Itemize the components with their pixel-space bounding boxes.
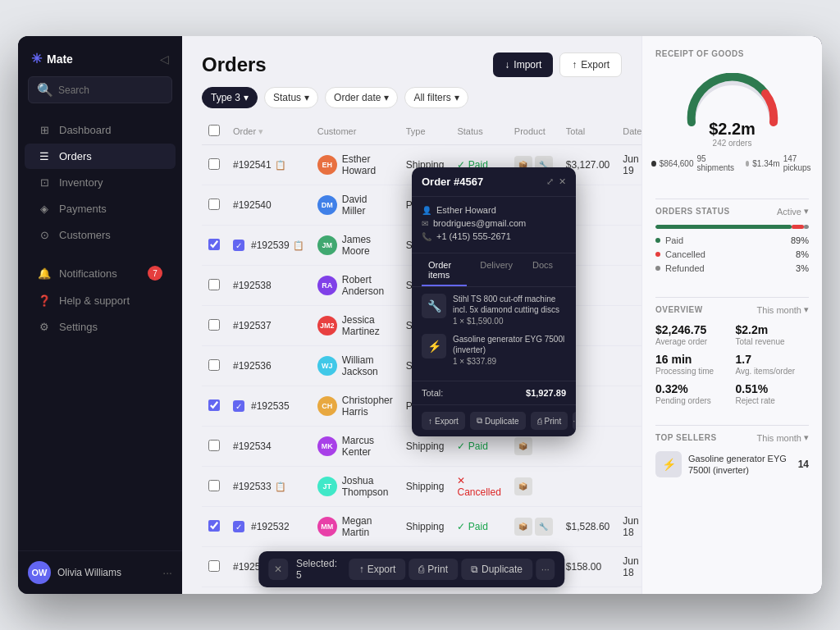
popup-export-button[interactable]: ↑ Export bbox=[422, 412, 465, 430]
popup-expand-button[interactable]: ⤢ bbox=[546, 176, 554, 187]
ov-avg-items: 1.7 Avg. items/order bbox=[736, 353, 810, 376]
product-thumb-1: 📦 bbox=[514, 518, 532, 536]
popup-title: Order #4567 bbox=[422, 176, 483, 188]
receipt-section: RECEIPT OF GOODS $2.2m 242 orders $864,6… bbox=[655, 49, 809, 179]
status-badge: ✕ Cancelled bbox=[457, 475, 500, 498]
sidebar-item-dashboard[interactable]: ⊞ Dashboard bbox=[25, 117, 176, 143]
deselect-button[interactable]: ✕ bbox=[268, 559, 288, 580]
row-checkbox[interactable] bbox=[208, 319, 220, 331]
customer-name: Jessica Martinez bbox=[342, 314, 393, 337]
col-customer: Customer bbox=[311, 118, 399, 145]
popup-duplicate-button[interactable]: ⧉ Duplicate bbox=[470, 412, 526, 430]
divider-2 bbox=[655, 297, 809, 298]
sidebar-item-inventory[interactable]: ⊡ Inventory bbox=[25, 170, 176, 195]
row-checkbox[interactable] bbox=[208, 359, 220, 371]
product-thumb-1: 📦 bbox=[514, 437, 532, 455]
sel-duplicate-button[interactable]: ⧉ Duplicate bbox=[461, 559, 532, 580]
popup-tabs: Order items Delivery Docs bbox=[412, 253, 576, 287]
filter-status[interactable]: Status ▾ bbox=[264, 87, 318, 108]
sel-export-button[interactable]: ↑ Export bbox=[349, 559, 406, 580]
import-label: Import bbox=[514, 59, 541, 71]
overview-header: OVERVIEW This month ▾ bbox=[655, 304, 809, 315]
top-sellers-filter[interactable]: This month ▾ bbox=[757, 432, 809, 443]
row-checkbox[interactable] bbox=[208, 480, 220, 491]
user-icon: 👤 bbox=[422, 206, 431, 215]
tab-docs[interactable]: Docs bbox=[526, 253, 559, 286]
tab-delivery[interactable]: Delivery bbox=[473, 253, 519, 286]
ov-processing-time-label: Processing time bbox=[655, 367, 729, 376]
product-icons: 📦 bbox=[514, 437, 553, 455]
order-total: $158.00 bbox=[559, 547, 616, 587]
selected-count-label: Selected: 5 bbox=[291, 558, 346, 581]
payments-icon: ◈ bbox=[38, 203, 51, 215]
collapse-sidebar-button[interactable]: ◁ bbox=[160, 52, 169, 66]
order-detail-popup: Order #4567 ⤢ ✕ 👤 Esther Howard ✉ brodri… bbox=[412, 167, 576, 436]
row-checkbox[interactable] bbox=[208, 239, 220, 250]
import-button[interactable]: ↓ Import bbox=[493, 52, 553, 77]
row-checkbox[interactable] bbox=[208, 440, 220, 451]
sidebar-item-label: Payments bbox=[59, 203, 107, 215]
export-button[interactable]: ↑ Export bbox=[559, 52, 622, 77]
table-row: ✓ #192532 MM Megan Martin Shipping ✓ Pai… bbox=[202, 507, 641, 547]
row-checkbox[interactable] bbox=[208, 199, 220, 210]
customer-cell: DM David Miller bbox=[317, 194, 393, 217]
ov-total-revenue-value: $2.2m bbox=[736, 323, 810, 336]
paid-bar bbox=[655, 225, 792, 229]
sidebar-item-label: Help & support bbox=[59, 294, 130, 307]
sidebar-search-container[interactable]: 🔍 ⌘F bbox=[28, 76, 172, 103]
sidebar-item-payments[interactable]: ◈ Payments bbox=[25, 196, 176, 221]
help-icon: ❓ bbox=[38, 294, 51, 307]
select-all-checkbox[interactable] bbox=[208, 125, 220, 136]
gauge-value: $2.2m bbox=[709, 120, 756, 139]
paid-pct: 89% bbox=[791, 235, 809, 245]
customer-name: Esther Howard bbox=[342, 153, 393, 176]
overview-title: OVERVIEW bbox=[655, 305, 703, 314]
orders-status-title: ORDERS STATUS bbox=[655, 207, 730, 216]
import-icon: ↓ bbox=[504, 59, 509, 71]
paid-dot bbox=[655, 238, 660, 243]
sidebar-item-settings[interactable]: ⚙ Settings bbox=[25, 314, 176, 340]
ov-pending-label: Pending orders bbox=[655, 396, 729, 405]
customers-icon: ⊙ bbox=[38, 229, 51, 241]
sel-more-button[interactable]: ··· bbox=[536, 559, 555, 580]
search-input[interactable] bbox=[58, 84, 181, 96]
cancelled-bar bbox=[792, 225, 804, 229]
sidebar-item-notifications[interactable]: 🔔 Notifications 7 bbox=[25, 259, 176, 287]
row-checkbox[interactable] bbox=[208, 560, 220, 572]
selection-bar: ✕ Selected: 5 ↑ Export ⎙ Print ⧉ Duplica… bbox=[258, 551, 564, 587]
popup-item-0: 🔧 Stihl TS 800 cut-off machine incl. 5x … bbox=[422, 294, 566, 326]
top-sellers-header: TOP SELLERS This month ▾ bbox=[655, 432, 809, 443]
row-checkbox[interactable] bbox=[208, 158, 220, 170]
ov-processing-time-value: 16 min bbox=[655, 353, 729, 366]
sel-print-button[interactable]: ⎙ Print bbox=[409, 559, 458, 580]
sidebar-logo: ✳ Mate bbox=[31, 51, 73, 66]
status-bars: Paid 89% Cancelled 8% Refunded 3% bbox=[655, 235, 809, 273]
tab-order-items[interactable]: Order items bbox=[422, 253, 467, 286]
order-total bbox=[559, 587, 616, 595]
row-checkbox[interactable] bbox=[208, 399, 220, 411]
seller-name-0: Gasoline generator EYG 7500l (inverter) bbox=[688, 453, 792, 477]
seller-item-0: ⚡ Gasoline generator EYG 7500l (inverter… bbox=[655, 451, 809, 477]
overview-filter[interactable]: This month ▾ bbox=[757, 304, 809, 315]
order-status: ✕ Cancelled bbox=[450, 467, 507, 507]
cancelled-pct: 8% bbox=[796, 249, 809, 259]
item-name-0: Stihl TS 800 cut-off machine incl. 5x di… bbox=[453, 294, 566, 315]
sidebar-item-orders[interactable]: ☰ Orders bbox=[25, 144, 176, 169]
filter-order-date[interactable]: Order date ▾ bbox=[325, 87, 398, 108]
order-date: Jun 18 bbox=[616, 587, 641, 595]
row-checkbox[interactable] bbox=[208, 279, 220, 290]
popup-more-button[interactable]: ··· bbox=[573, 412, 576, 430]
user-menu-button[interactable]: ··· bbox=[162, 566, 172, 579]
popup-print-button[interactable]: ⎙ Print bbox=[531, 412, 568, 430]
filter-all[interactable]: All filters ▾ bbox=[404, 87, 468, 108]
popup-close-button[interactable]: ✕ bbox=[559, 176, 566, 187]
filter-type[interactable]: Type 3 ▾ bbox=[202, 87, 258, 108]
orders-status-filter[interactable]: Active ▾ bbox=[777, 206, 809, 217]
sidebar-item-customers[interactable]: ⊙ Customers bbox=[25, 222, 176, 248]
legend-shipment-value: $864,600 bbox=[660, 159, 694, 168]
item-thumbnail-1: ⚡ bbox=[422, 334, 446, 358]
row-checkbox[interactable] bbox=[208, 520, 220, 532]
col-order: Order ▾ bbox=[226, 118, 311, 145]
order-product: 📦 🔧 bbox=[508, 507, 559, 547]
sidebar-item-help[interactable]: ❓ Help & support bbox=[25, 288, 176, 313]
